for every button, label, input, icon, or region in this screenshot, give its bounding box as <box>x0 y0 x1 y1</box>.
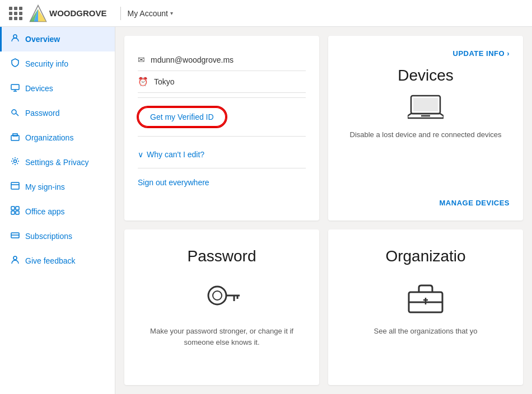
sidebar-item-label: Devices <box>25 84 53 93</box>
manage-devices-link[interactable]: MANAGE DEVICES <box>342 199 510 207</box>
password-description: Make your password stronger, or change i… <box>138 326 306 348</box>
svg-point-4 <box>13 35 17 38</box>
sign-ins-icon <box>11 181 20 193</box>
sidebar-item-subscriptions[interactable]: Subscriptions <box>0 224 115 248</box>
sidebar-item-label: My sign-ins <box>25 182 65 191</box>
svg-point-8 <box>12 110 16 114</box>
sidebar-item-label: Security info <box>25 59 68 68</box>
update-info-arrow: › <box>507 49 510 58</box>
svg-rect-11 <box>13 134 17 136</box>
svg-line-9 <box>16 114 18 116</box>
sidebar-item-label: Password <box>25 109 59 118</box>
svg-rect-23 <box>413 98 438 111</box>
password-title: Password <box>188 247 256 265</box>
chevron-down-icon: ▾ <box>170 10 173 16</box>
logo: WOODGROVE <box>29 4 107 22</box>
sign-out-everywhere-link[interactable]: Sign out everywhere <box>138 178 209 187</box>
devices-card: UPDATE INFO › Devices Disable a lost dev… <box>328 36 523 221</box>
svg-rect-16 <box>16 207 19 210</box>
sidebar-item-my-sign-ins[interactable]: My sign-ins <box>0 175 115 199</box>
security-icon <box>11 58 20 69</box>
sidebar-item-label: Office apps <box>25 207 65 216</box>
subscriptions-icon <box>11 231 20 242</box>
why-cant-edit-label: Why can't I edit? <box>147 150 204 159</box>
svg-rect-17 <box>11 211 15 214</box>
svg-point-25 <box>208 287 226 304</box>
topbar: WOODGROVE My Account ▾ <box>0 0 532 27</box>
sidebar-item-devices[interactable]: Devices <box>0 76 115 101</box>
email-icon: ✉ <box>138 55 145 65</box>
svg-rect-15 <box>11 207 15 210</box>
svg-rect-13 <box>11 182 19 189</box>
sidebar-item-office-apps[interactable]: Office apps <box>0 199 115 224</box>
profile-email: mdunn@woodgrove.ms <box>151 55 234 64</box>
settings-icon <box>11 157 20 168</box>
org-briefcase-icon <box>405 276 446 317</box>
laptop-icon <box>408 93 444 123</box>
organizations-icon <box>11 132 20 143</box>
sign-out-section: Sign out everywhere <box>138 168 306 187</box>
devices-title: Devices <box>398 67 454 85</box>
sidebar-item-password[interactable]: Password <box>0 101 115 125</box>
svg-point-21 <box>13 256 17 260</box>
sidebar-item-label: Subscriptions <box>25 232 72 241</box>
devices-card-body: Devices Disable a lost device and re con… <box>342 58 510 190</box>
sidebar-item-label: Give feedback <box>25 256 76 265</box>
sidebar-item-organizations[interactable]: Organizations <box>0 125 115 150</box>
chevron-down-icon: ∨ <box>138 150 143 159</box>
why-cant-edit-toggle[interactable]: ∨ Why can't I edit? <box>138 141 306 163</box>
account-menu[interactable]: My Account ▾ <box>128 9 173 18</box>
verified-id-section: Get my Verified ID <box>138 97 306 137</box>
svg-point-26 <box>213 291 222 300</box>
organizations-card: Organizatio See all the organizations th… <box>328 229 523 385</box>
profile-location: Tokyo <box>154 77 175 86</box>
office-apps-icon <box>11 206 20 217</box>
org-description: See all the organizations that yo <box>374 326 477 337</box>
sidebar-item-security-info[interactable]: Security info <box>0 51 115 76</box>
devices-description: Disable a lost device and re connected d… <box>350 129 502 140</box>
sidebar: Overview Security info Devices Password … <box>0 27 115 394</box>
sidebar-item-settings-privacy[interactable]: Settings & Privacy <box>0 150 115 175</box>
main-content: ✉ mdunn@woodgrove.ms ⏰ Tokyo Get my Veri… <box>115 27 532 394</box>
sidebar-item-label: Organizations <box>25 133 73 142</box>
account-label: My Account <box>128 9 168 18</box>
org-title: Organizatio <box>385 247 465 265</box>
password-key-icon <box>202 276 242 317</box>
update-info-link[interactable]: UPDATE INFO › <box>342 49 510 58</box>
topbar-divider <box>120 7 121 20</box>
devices-icon <box>11 83 20 94</box>
svg-rect-18 <box>16 211 19 214</box>
sidebar-item-overview[interactable]: Overview <box>0 27 115 51</box>
location-icon: ⏰ <box>138 77 148 87</box>
logo-text: WOODGROVE <box>49 8 107 18</box>
sidebar-item-label: Settings & Privacy <box>25 158 89 167</box>
svg-rect-5 <box>11 85 19 90</box>
profile-location-row: ⏰ Tokyo <box>138 71 306 93</box>
profile-email-row: ✉ mdunn@woodgrove.ms <box>138 49 306 71</box>
password-icon <box>11 107 20 119</box>
sidebar-item-give-feedback[interactable]: Give feedback <box>0 248 115 273</box>
profile-card: ✉ mdunn@woodgrove.ms ⏰ Tokyo Get my Veri… <box>124 36 319 221</box>
verified-id-button[interactable]: Get my Verified ID <box>138 107 226 127</box>
password-card: Password Make your password stronger, or… <box>124 229 319 385</box>
svg-point-12 <box>14 160 17 163</box>
svg-marker-2 <box>38 9 46 21</box>
update-info-label: UPDATE INFO <box>453 49 505 58</box>
grid-menu-icon[interactable] <box>9 7 22 20</box>
sidebar-item-label: Overview <box>25 35 60 44</box>
feedback-icon <box>11 255 20 266</box>
overview-icon <box>11 34 20 45</box>
